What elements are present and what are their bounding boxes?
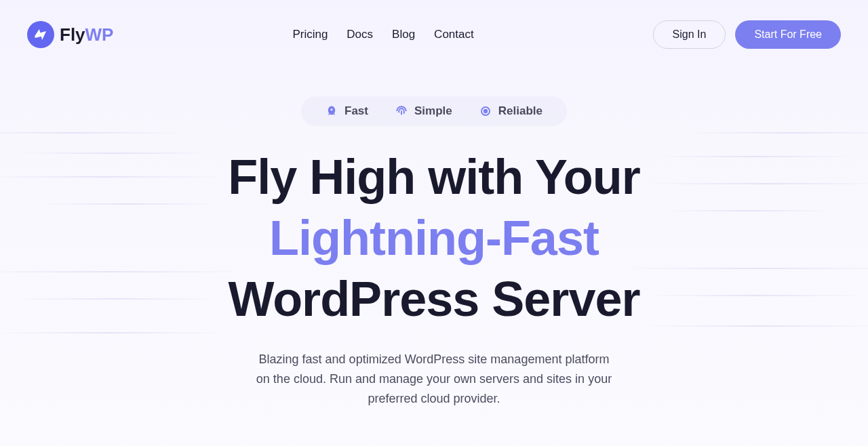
badge-simple-label: Simple [414,104,452,118]
badge-simple: Simple [395,104,452,118]
signin-button[interactable]: Sign In [653,20,726,49]
logo[interactable]: FlyWP [27,21,113,48]
hero-title: Fly High with Your Lightning-Fast WordPr… [142,146,726,329]
svg-point-1 [484,110,488,113]
logo-text: FlyWP [60,24,113,45]
nav-contact[interactable]: Contact [434,28,474,41]
badge-reliable: Reliable [479,104,542,118]
logo-icon [27,21,54,48]
badge-reliable-label: Reliable [498,104,542,118]
circle-icon [479,105,492,117]
nav-blog[interactable]: Blog [392,28,415,41]
badge-fast-label: Fast [344,104,368,118]
nav-pricing[interactable]: Pricing [292,28,328,41]
feature-badges: Fast Simple Reliable [301,96,567,126]
rocket-icon [326,105,338,117]
header: FlyWP Pricing Docs Blog Contact Sign In … [0,0,868,69]
badge-fast: Fast [326,104,368,118]
fingerprint-icon [395,105,408,117]
main-nav: Pricing Docs Blog Contact [292,28,473,41]
nav-docs[interactable]: Docs [347,28,373,41]
hero-subtitle: Blazing fast and optimized WordPress sit… [251,350,617,408]
header-actions: Sign In Start For Free [653,20,841,49]
start-free-button[interactable]: Start For Free [735,20,841,49]
hero-section: Fast Simple Reliable Fly High with Your … [129,96,739,408]
